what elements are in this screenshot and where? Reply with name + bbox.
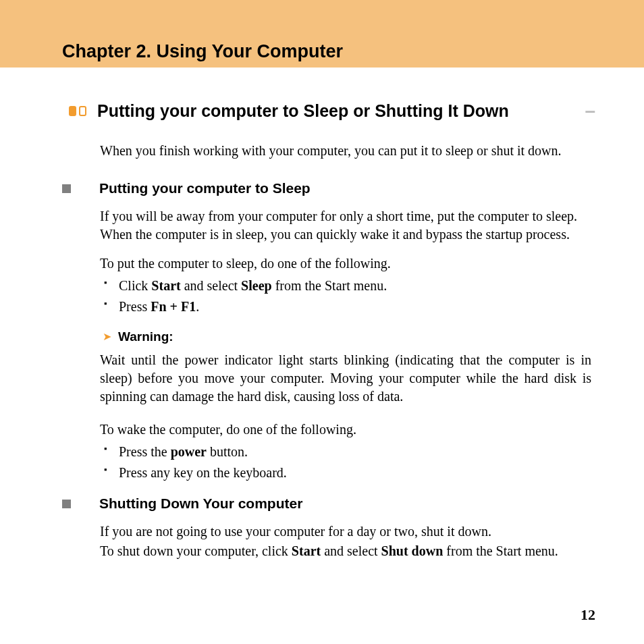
chapter-banner: Chapter 2. Using Your Computer xyxy=(0,0,644,68)
shutdown-paragraph-1: If you are not going to use your compute… xyxy=(100,522,591,541)
page-number: 12 xyxy=(581,606,595,624)
subsection-sleep-heading: Putting your computer to Sleep xyxy=(99,179,311,198)
warning-header: ➤ Warning: xyxy=(103,328,591,346)
content-area: When you finish working with your comput… xyxy=(100,142,591,560)
page-body: Putting your computer to Sleep or Shutti… xyxy=(0,68,644,560)
list-item: Click Start and select Sleep from the St… xyxy=(100,277,591,295)
dash-icon: – xyxy=(585,100,595,122)
wake-lead: To wake the computer, do one of the foll… xyxy=(100,421,591,439)
section-title: Putting your computer to Sleep or Shutti… xyxy=(97,101,581,121)
chapter-title: Chapter 2. Using Your Computer xyxy=(62,41,343,62)
list-item: Press any key on the keyboard. xyxy=(100,464,591,482)
section-header: Putting your computer to Sleep or Shutti… xyxy=(69,100,595,122)
section-marker-icon xyxy=(69,106,86,116)
list-item: Press the power button. xyxy=(100,443,591,461)
warning-label: Warning: xyxy=(118,328,173,346)
sleep-steps-list: Click Start and select Sleep from the St… xyxy=(100,277,591,316)
square-bullet-icon xyxy=(62,500,71,508)
shutdown-paragraph-2: To shut down your computer, click Start … xyxy=(100,542,591,560)
subsection-shutdown-row: Shutting Down Your computer xyxy=(62,494,591,513)
section-intro: When you finish working with your comput… xyxy=(100,142,591,160)
sleep-lead: To put the computer to sleep, do one of … xyxy=(100,254,591,273)
subsection-sleep-row: Putting your computer to Sleep xyxy=(62,179,591,198)
warning-body: Wait until the power indicator light sta… xyxy=(100,351,591,406)
chevron-right-icon: ➤ xyxy=(103,329,111,344)
wake-steps-list: Press the power button. Press any key on… xyxy=(100,443,591,482)
square-bullet-icon xyxy=(62,184,71,193)
list-item: Press Fn + F1. xyxy=(100,298,591,316)
subsection-shutdown-heading: Shutting Down Your computer xyxy=(99,494,302,513)
sleep-paragraph: If you will be away from your computer f… xyxy=(100,207,591,244)
